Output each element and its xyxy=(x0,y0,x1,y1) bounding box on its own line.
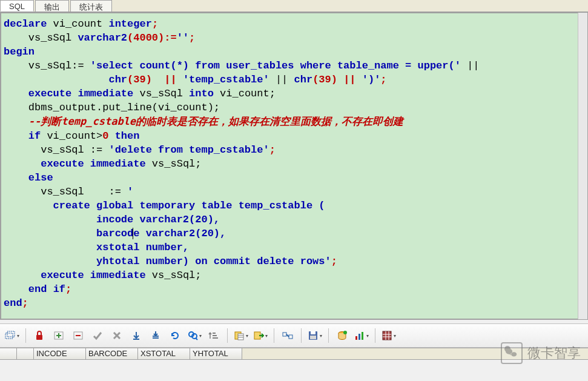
results-grid-header: INCODE BARCODE XSTOTAL YHTOTAL xyxy=(0,348,588,360)
grid-view-button[interactable]: ▾ xyxy=(380,327,397,344)
svg-line-10 xyxy=(196,338,197,340)
find-button[interactable]: ▾ xyxy=(186,327,203,344)
rollback-button[interactable] xyxy=(108,327,125,344)
svg-rect-29 xyxy=(362,332,363,340)
svg-rect-20 xyxy=(289,335,292,339)
svg-line-21 xyxy=(286,334,289,337)
svg-rect-2 xyxy=(36,335,42,340)
save-button[interactable]: ▾ xyxy=(306,327,323,344)
grid-selector-header[interactable] xyxy=(17,348,34,359)
code-editor-wrap: declare vi_count integer; vs_sSql varcha… xyxy=(0,12,588,320)
export-button[interactable]: ▾ xyxy=(252,327,269,344)
fetch-all-button[interactable] xyxy=(147,327,164,344)
results-toolbar: ▾ ▾ ▾ ▾ ▾ ▾ xyxy=(0,323,588,348)
tab-output[interactable]: 输出 xyxy=(35,0,69,12)
commit-button[interactable] xyxy=(89,327,106,344)
copy-cells-button[interactable]: ▾ xyxy=(233,327,249,344)
svg-rect-27 xyxy=(355,336,357,340)
add-record-button[interactable] xyxy=(50,327,67,344)
link-button[interactable] xyxy=(279,327,296,344)
grid-col-barcode[interactable]: BARCODE xyxy=(86,348,138,359)
editor-tabs: SQL 输出 统计表 xyxy=(0,0,588,12)
fetch-next-button[interactable] xyxy=(128,327,145,344)
grid-col-xstotal[interactable]: XSTOTAL xyxy=(138,348,190,359)
delete-record-button[interactable] xyxy=(70,327,87,344)
grid-rownum-header[interactable] xyxy=(0,348,17,359)
svg-rect-1 xyxy=(7,331,15,337)
tab-stats[interactable]: 统计表 xyxy=(70,0,112,12)
svg-rect-23 xyxy=(311,331,315,334)
grid-col-yhtotal[interactable]: YHTOTAL xyxy=(190,348,242,359)
tab-sql[interactable]: SQL xyxy=(0,0,34,12)
svg-rect-30 xyxy=(383,331,391,340)
sort-button[interactable] xyxy=(205,327,222,344)
vertical-scrollbar[interactable] xyxy=(578,13,587,319)
lock-button[interactable] xyxy=(31,327,48,344)
svg-rect-19 xyxy=(283,333,286,336)
svg-rect-28 xyxy=(358,334,360,340)
svg-point-26 xyxy=(343,331,347,334)
code-editor[interactable]: declare vi_count integer; vs_sSql varcha… xyxy=(1,13,578,319)
svg-rect-15 xyxy=(238,334,243,340)
grid-col-incode[interactable]: INCODE xyxy=(34,348,86,359)
refresh-button[interactable] xyxy=(167,327,183,344)
svg-rect-24 xyxy=(310,336,316,339)
select-query-button[interactable]: ▾ xyxy=(4,327,21,344)
session-button[interactable] xyxy=(334,327,351,344)
svg-rect-0 xyxy=(5,333,13,339)
chart-button[interactable]: ▾ xyxy=(353,327,370,344)
